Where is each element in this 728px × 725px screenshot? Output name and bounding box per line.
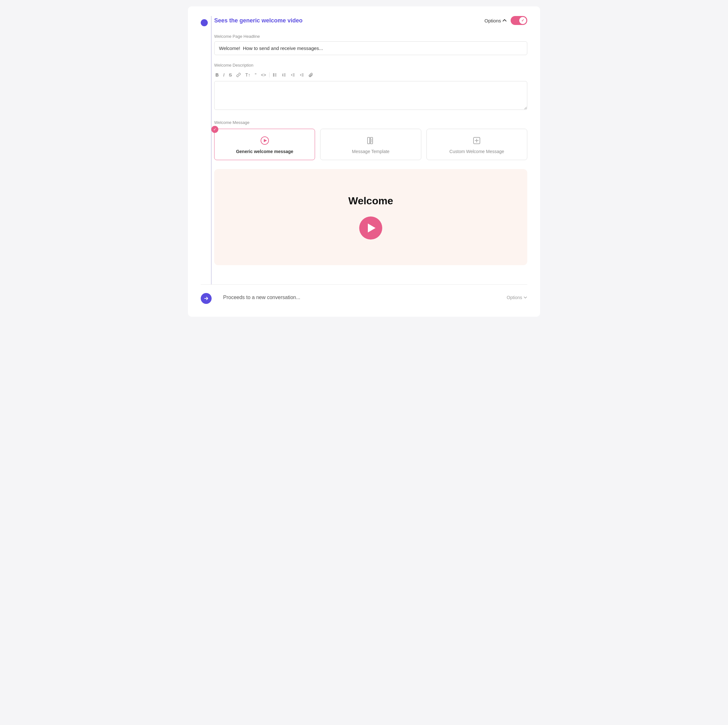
arrow-right-icon xyxy=(203,296,209,301)
toggle-check-icon: ✓ xyxy=(521,18,525,23)
options-button[interactable]: Options xyxy=(484,18,507,23)
msg-card-template[interactable]: Message Template xyxy=(320,129,421,160)
bottom-section: Proceeds to a new conversation... Option… xyxy=(188,284,540,307)
bottom-options-button[interactable]: Options xyxy=(507,295,527,300)
options-label: Options xyxy=(484,18,501,23)
welcome-message-label: Welcome Message xyxy=(214,120,527,125)
headline-field-group: Welcome Page Headline xyxy=(214,34,527,63)
svg-marker-16 xyxy=(264,139,267,142)
chevron-down-icon xyxy=(523,295,527,300)
msg-card-custom-label: Custom Welcome Message xyxy=(450,149,504,154)
plus-box-icon xyxy=(472,136,481,145)
bullet-list-button[interactable] xyxy=(271,72,278,78)
svg-point-3 xyxy=(274,73,274,74)
timeline-dot-top xyxy=(201,19,208,26)
indent-icon xyxy=(300,73,304,77)
welcome-message-section: Welcome Message ✓ Generic welcome messag… xyxy=(214,120,527,160)
headline-label: Welcome Page Headline xyxy=(214,34,527,39)
bottom-left: Proceeds to a new conversation... xyxy=(201,291,300,304)
svg-rect-17 xyxy=(367,138,370,144)
blockquote-button[interactable]: " xyxy=(254,72,258,78)
msg-card-custom[interactable]: Custom Welcome Message xyxy=(427,129,527,160)
msg-card-generic-label: Generic welcome message xyxy=(236,149,293,154)
svg-point-5 xyxy=(274,76,274,76)
ordered-list-button[interactable] xyxy=(280,72,288,78)
heading-button[interactable]: T↑ xyxy=(244,72,252,78)
timeline-dot-bottom xyxy=(201,293,212,304)
bullet-list-icon xyxy=(273,73,277,77)
description-textarea[interactable] xyxy=(214,81,527,110)
code-button[interactable]: <> xyxy=(260,72,267,78)
bottom-options-label: Options xyxy=(507,295,522,300)
options-controls: Options ✓ xyxy=(484,16,527,25)
selected-check-icon: ✓ xyxy=(211,126,218,133)
outdent-icon xyxy=(291,73,295,77)
section-header: Sees the generic welcome video Options ✓ xyxy=(214,16,527,25)
description-toolbar: B I S T↑ " <> xyxy=(214,70,527,80)
books-icon xyxy=(366,136,375,145)
ordered-list-icon xyxy=(282,73,286,77)
msg-card-template-label: Message Template xyxy=(352,149,389,154)
toggle-switch[interactable]: ✓ xyxy=(511,16,527,25)
description-label: Welcome Description xyxy=(214,63,527,67)
headline-input[interactable] xyxy=(214,41,527,55)
indent-button[interactable] xyxy=(298,72,306,78)
chevron-up-icon xyxy=(502,18,507,23)
bold-button[interactable]: B xyxy=(214,72,220,78)
strikethrough-button[interactable]: S xyxy=(228,72,233,78)
link-button[interactable] xyxy=(235,72,242,78)
attachment-button[interactable] xyxy=(307,72,314,78)
description-field-group: Welcome Description B I S T↑ " <> xyxy=(214,63,527,111)
svg-point-4 xyxy=(274,75,274,75)
italic-button[interactable]: I xyxy=(222,72,226,78)
toggle-knob: ✓ xyxy=(519,17,526,24)
section-title: Sees the generic welcome video xyxy=(214,17,303,24)
outdent-button[interactable] xyxy=(289,72,297,78)
msg-card-generic[interactable]: ✓ Generic welcome message xyxy=(214,129,315,160)
play-triangle-icon xyxy=(368,223,376,232)
bottom-title: Proceeds to a new conversation... xyxy=(223,295,300,300)
play-button-large[interactable] xyxy=(359,216,382,240)
attachment-icon xyxy=(309,73,313,77)
link-icon xyxy=(236,73,241,77)
play-circle-icon xyxy=(260,136,269,145)
video-title: Welcome xyxy=(348,195,393,207)
video-preview: Welcome xyxy=(214,169,527,265)
message-options: ✓ Generic welcome message xyxy=(214,129,527,160)
